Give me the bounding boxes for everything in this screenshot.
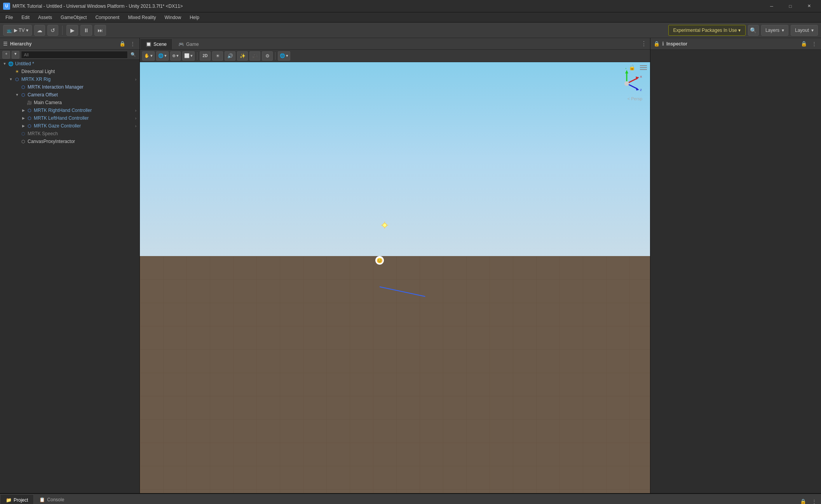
menu-component[interactable]: Component (91, 14, 123, 21)
play-icon: ▶ (70, 27, 75, 33)
top-toolbar: 📺 ▶ TV ▾ ☁ ↺ ▶ ⏸ ⏭ Experimental Packages… (0, 23, 821, 38)
scene-icon: 🌐 (8, 61, 14, 67)
hierarchy-item-mrtk-speech[interactable]: ⬡ MRTK Speech (0, 130, 139, 138)
main-layout: ☰ Hierarchy 🔒 ⋮ + ▾ 🔍 ▼ 🌐 Untitled * ☀ (0, 38, 821, 493)
bottom-lock-button[interactable]: 🔒 (799, 497, 807, 504)
maximize-button[interactable]: □ (781, 0, 799, 12)
layers-dropdown[interactable]: Layers ▾ (761, 25, 788, 36)
arrow-icon: ▼ (2, 61, 8, 67)
arrow-icon (14, 84, 20, 90)
hierarchy-item-directional-light[interactable]: ☀ Directional Light (0, 68, 139, 75)
camera-object: 😊 (375, 256, 384, 265)
tab-scene[interactable]: 🔲 Scene (140, 38, 173, 49)
tab-game[interactable]: 🎮 Game (173, 38, 205, 49)
tool-pivot-dropdown[interactable]: ⊕ ▾ (170, 51, 181, 61)
tv-dropdown[interactable]: 📺 ▶ TV ▾ (3, 25, 32, 36)
hierarchy-item-main-camera[interactable]: 🎥 Main Camera (0, 99, 139, 106)
hierarchy-item-camera-offset[interactable]: ▼ ⬡ Camera Offset (0, 91, 139, 99)
step-button[interactable]: ⏭ (94, 25, 106, 36)
window-controls: ─ □ ✕ (763, 0, 818, 12)
arrow-icon (14, 138, 20, 145)
untitled-label: Untitled * (15, 61, 34, 66)
rect-dropdown-arrow: ▾ (190, 53, 193, 58)
scene-tab-label: Scene (153, 42, 167, 47)
layout-label: Layout (795, 28, 809, 33)
menu-gameobject[interactable]: GameObject (57, 14, 91, 21)
hierarchy-dropdown-button[interactable]: ▾ (12, 51, 19, 59)
lighting-toggle[interactable]: ☀ (212, 51, 223, 61)
menu-edit[interactable]: Edit (17, 14, 33, 21)
tab-more-button[interactable]: ⋮ (638, 40, 650, 47)
menu-window[interactable]: Window (160, 14, 185, 21)
scene-gizmo[interactable]: Y X Z < Persp (611, 68, 642, 99)
hierarchy-item-untitled[interactable]: ▼ 🌐 Untitled * (0, 60, 139, 68)
hand-dropdown-arrow: ▾ (150, 53, 153, 58)
camera-icon: 🎥 (252, 53, 258, 59)
camera-toggle[interactable]: 🎥 (249, 51, 260, 61)
tool-hand-dropdown[interactable]: ✋ ▾ (142, 51, 155, 61)
play-button[interactable]: ▶ (66, 25, 78, 36)
cloud-icon: ☁ (37, 27, 42, 33)
prefab-icon: ⬡ (26, 123, 33, 129)
tool-rect-dropdown[interactable]: ⬜ ▾ (182, 51, 195, 61)
inspector-icon: ℹ (662, 41, 664, 47)
hierarchy-item-canvas-proxy[interactable]: ⬡ CanvasProxyInteractor (0, 138, 139, 145)
fx-toggle[interactable]: ✨ (237, 51, 248, 61)
experimental-label: Experimental Packages In Use ▾ (673, 28, 741, 33)
hierarchy-item-mrtk-lefthand[interactable]: ▶ ⬡ MRTK LeftHand Controller › (0, 114, 139, 122)
audio-toggle[interactable]: 🔊 (225, 51, 235, 61)
cloud-button[interactable]: ☁ (34, 25, 45, 36)
gizmo-toggle[interactable]: ⚙ (262, 51, 273, 61)
svg-text:X: X (640, 75, 642, 78)
hierarchy-add-button[interactable]: + (2, 51, 10, 59)
search-icon: 🔍 (750, 27, 757, 33)
tab-project[interactable]: 📁 Project (0, 494, 34, 504)
title-bar: U MRTK Tutorial - Untitled - Universal W… (0, 0, 821, 12)
tab-console[interactable]: 📋 Console (34, 494, 70, 504)
minimize-button[interactable]: ─ (763, 0, 781, 12)
close-button[interactable]: ✕ (800, 0, 818, 12)
menu-help[interactable]: Help (186, 14, 203, 21)
render-mode-dropdown[interactable]: 🌐 ▾ (278, 51, 290, 61)
menu-mixed-reality[interactable]: Mixed Reality (124, 14, 160, 21)
2d-toggle[interactable]: 2D (200, 51, 211, 61)
experimental-packages-button[interactable]: Experimental Packages In Use ▾ (668, 25, 746, 36)
global-icon: 🌐 (158, 53, 164, 58)
svg-point-10 (383, 223, 387, 227)
menu-assets[interactable]: Assets (34, 14, 56, 21)
layout-dropdown[interactable]: Layout ▾ (791, 25, 818, 36)
hand-tool-icon: ✋ (144, 53, 150, 58)
bottom-more-button[interactable]: ⋮ (810, 497, 818, 504)
pause-icon: ⏸ (84, 27, 89, 33)
hierarchy-item-mrtk-interaction[interactable]: ⬡ MRTK Interaction Manager (0, 83, 139, 91)
refresh-button[interactable]: ↺ (47, 25, 58, 36)
menu-file[interactable]: File (2, 14, 17, 21)
scene-tab-icon: 🔲 (146, 42, 152, 47)
pause-button[interactable]: ⏸ (80, 25, 92, 36)
hierarchy-lock-button[interactable]: 🔒 (119, 40, 126, 48)
search-button[interactable]: 🔍 (748, 25, 759, 36)
refresh-icon: ↺ (51, 27, 55, 33)
audio-icon: 🔊 (227, 53, 233, 59)
prefab-icon: ⬡ (20, 92, 26, 98)
tool-global-dropdown[interactable]: 🌐 ▾ (156, 51, 169, 61)
hierarchy-item-mrtk-gaze[interactable]: ▶ ⬡ MRTK Gaze Controller › (0, 122, 139, 130)
inspector-lock-icon: 🔒 (654, 41, 660, 47)
hierarchy-search-input[interactable] (21, 51, 128, 59)
hierarchy-search-icon[interactable]: 🔍 (129, 51, 137, 59)
hierarchy-item-mrtk-xr-rig[interactable]: ▼ ⬡ MRTK XR Rig › (0, 75, 139, 83)
pivot-icon: ⊕ (172, 53, 176, 58)
scene-game-tabs: 🔲 Scene 🎮 Game ⋮ (140, 38, 650, 50)
chevron-right-icon: › (135, 77, 136, 82)
hierarchy-title-icon: ☰ (3, 41, 8, 47)
hierarchy-more-button[interactable]: ⋮ (129, 40, 136, 48)
inspector-lock-button[interactable]: 🔒 (800, 40, 808, 48)
inspector-more-button[interactable]: ⋮ (810, 40, 818, 48)
hierarchy-item-mrtk-righthand[interactable]: ▶ ⬡ MRTK RightHand Controller › (0, 106, 139, 114)
inspector-content (650, 50, 821, 493)
window-title: MRTK Tutorial - Untitled - Universal Win… (12, 3, 763, 9)
hierarchy-panel: ☰ Hierarchy 🔒 ⋮ + ▾ 🔍 ▼ 🌐 Untitled * ☀ (0, 38, 140, 493)
main-camera-label: Main Camera (34, 100, 62, 105)
layers-dropdown-arrow: ▾ (782, 28, 784, 33)
canvas-icon: ⬡ (20, 138, 26, 145)
